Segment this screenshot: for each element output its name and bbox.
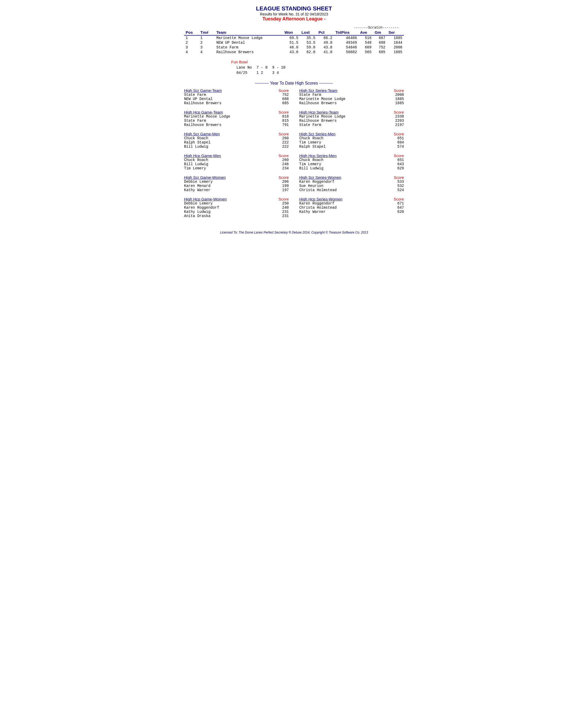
- score-value: 651: [391, 136, 404, 140]
- high-scr-series-women-score-label: Score: [394, 175, 404, 179]
- high-hcp-series-women-score-label: Score: [394, 197, 404, 201]
- fun-bowl-col2: 3 4: [270, 70, 288, 75]
- score-name: Chuck Roach: [184, 136, 276, 140]
- score-name: Karen Roggendorf: [299, 179, 391, 184]
- won-cell: 51.5: [283, 40, 300, 45]
- year-to-date-title: ---------- Year To Date High Scores ----…: [184, 81, 404, 86]
- team-cell: NEW UP Dental: [215, 40, 283, 45]
- score-value: 240: [276, 206, 289, 210]
- score-value: 791: [276, 123, 289, 127]
- list-item: Karen Roggendorf 671: [299, 201, 404, 206]
- high-hcp-series-women-title: High Hcp Series-Women: [299, 197, 342, 201]
- high-hcp-game-men-score-label: Score: [278, 153, 289, 158]
- team-cell: State Farm: [215, 45, 283, 50]
- score-value: 620: [391, 210, 404, 214]
- standings-table: Pos Tm# Team Won Lost Pct TotPins Ave Gm…: [184, 29, 404, 55]
- pos-cell: 1: [184, 35, 199, 40]
- ave-cell: 609: [358, 45, 373, 50]
- score-value: 815: [276, 119, 289, 123]
- score-name: Tim Lemery: [184, 166, 276, 170]
- high-scr-series-women-section: High Scr Series-Women Score Karen Roggen…: [299, 175, 404, 192]
- score-value: 604: [391, 140, 404, 145]
- score-value: 671: [391, 201, 404, 206]
- score-name: Chuck Roach: [184, 158, 276, 162]
- list-item: Railhouse Brewers 1885: [299, 101, 404, 105]
- won-cell: 46.0: [283, 45, 300, 50]
- fun-bowl-col2: 9 - 10: [270, 65, 288, 70]
- fun-bowl-label: Lane No: [234, 65, 254, 70]
- score-value: 532: [391, 184, 404, 188]
- high-hcp-game-women-score-label: Score: [278, 197, 289, 201]
- won-cell: 69.5: [283, 35, 300, 40]
- pos-cell: 2: [184, 40, 199, 45]
- high-scr-game-team-title: High Scr Game-Team: [184, 88, 222, 93]
- high-hcp-game-team-score-label: Score: [278, 110, 289, 114]
- score-name: State Farm: [299, 123, 391, 127]
- list-item: Karen Roggendorf 240: [184, 206, 289, 210]
- list-item: Debbie Lemery 206: [184, 179, 289, 184]
- lost-cell: 62.0: [300, 50, 317, 55]
- score-value: 246: [276, 162, 289, 166]
- col-gm: Gm: [373, 29, 387, 35]
- totpins-cell: 54846: [334, 45, 358, 50]
- ser-cell: 1885: [387, 35, 404, 40]
- table-row: 3 3 State Farm 46.0 59.0 43.8 54846 609 …: [184, 45, 404, 50]
- high-scr-series-team-score-label: Score: [394, 88, 404, 93]
- score-name: Karen Roggendorf: [184, 206, 276, 210]
- score-value: 2008: [391, 93, 404, 97]
- score-value: 250: [276, 201, 289, 206]
- lost-cell: 35.5: [300, 35, 317, 40]
- score-name: Karen Menard: [184, 184, 276, 188]
- score-name: Chuck Roach: [299, 136, 391, 140]
- pos-cell: 4: [184, 50, 199, 55]
- pct-cell: 66.2: [317, 35, 334, 40]
- gm-cell: 752: [373, 45, 387, 50]
- score-value: 818: [276, 114, 289, 119]
- col-won: Won: [283, 29, 300, 35]
- list-item: Sue Heurion 532: [299, 184, 404, 188]
- col-team: Team: [215, 29, 283, 35]
- list-item: Chuck Roach 651: [299, 158, 404, 162]
- high-hcp-game-women-section: High Hcp Game-Women Score Debbie Lemery …: [184, 197, 289, 218]
- high-scr-game-women-score-label: Score: [278, 175, 289, 179]
- high-hcp-series-men-section: High Hcp Series-Men Score Chuck Roach 65…: [299, 153, 404, 170]
- score-value: 199: [276, 184, 289, 188]
- score-name: Tim Lemery: [299, 140, 391, 145]
- table-row: 1 1 Marinette Moose Lodge 69.5 35.5 66.2…: [184, 35, 404, 40]
- subtitle: Results for Week No. 31 of 32 04/18/2023: [184, 12, 404, 16]
- list-item: Railhouse Brewers 685: [184, 101, 289, 105]
- gm-cell: 685: [373, 50, 387, 55]
- list-item: Tim Lemery 234: [184, 166, 289, 170]
- fun-bowl-table: Lane No 7 - 8 9 - 10 04/25 1 2 3 4: [234, 65, 288, 76]
- col-pos: Pos: [184, 29, 199, 35]
- ser-cell: 1844: [387, 40, 404, 45]
- score-value: 533: [391, 179, 404, 184]
- score-name: Chuck Roach: [299, 158, 391, 162]
- fun-bowl-row: 04/25 1 2 3 4: [234, 70, 288, 75]
- totpins-cell: 49349: [334, 40, 358, 45]
- score-name: Sue Heurion: [299, 184, 391, 188]
- high-hcp-game-men-section: High Hcp Game-Men Score Chuck Roach 260 …: [184, 153, 289, 170]
- tm-cell: 2: [199, 40, 215, 45]
- totpins-cell: 46486: [334, 35, 358, 40]
- list-item: State Farm 752: [184, 93, 289, 97]
- score-value: 197: [276, 188, 289, 192]
- pos-cell: 3: [184, 45, 199, 50]
- ser-cell: 2008: [387, 45, 404, 50]
- score-name: State Farm: [299, 93, 391, 97]
- score-value: 231: [276, 214, 289, 218]
- high-hcp-game-women-title: High Hcp Game-Women: [184, 197, 227, 201]
- score-name: Kathy Warner: [184, 188, 276, 192]
- high-hcp-game-team-title: High Hcp Game-Team: [184, 110, 223, 114]
- score-name: Railhouse Brewers: [299, 101, 391, 105]
- score-name: Railhouse Brewers: [184, 101, 276, 105]
- pct-cell: 49.0: [317, 40, 334, 45]
- score-value: 1885: [391, 97, 404, 101]
- score-value: 752: [276, 93, 289, 97]
- score-name: Bill Ludwig: [299, 166, 391, 170]
- totpins-cell: 50882: [334, 50, 358, 55]
- score-value: 222: [276, 140, 289, 145]
- col-ave: Ave: [358, 29, 373, 35]
- score-name: Railhouse Brewers: [184, 123, 276, 127]
- table-row: 4 4 Railhouse Brewers 43.0 62.0 41.0 508…: [184, 50, 404, 55]
